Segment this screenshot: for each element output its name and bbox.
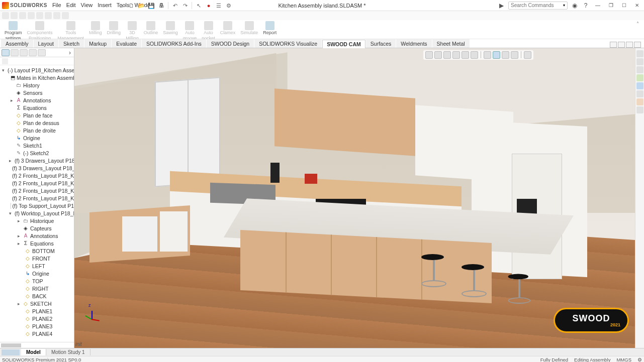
close-button[interactable]: ✕ [632,2,642,10]
undo-icon[interactable]: ↶ [170,2,179,10]
ctx-icon[interactable] [36,12,43,19]
ribbon-report[interactable]: Report [260,21,279,36]
tree-equations2[interactable]: ▸ΣEquations [0,239,74,247]
tree-plan-dessus[interactable]: ◇Plan de dessus [0,119,74,127]
edit-appearance-icon[interactable] [493,51,500,59]
taskpane-file-explorer-icon[interactable] [636,66,643,73]
reference-triad[interactable] [86,308,102,323]
tree-fronts-3[interactable]: (f) 2 Fronts_Layout P18_Kit [0,187,74,194]
tree-plane1[interactable]: ◇PLANE1 [0,307,74,315]
fm-filter-row[interactable] [0,57,74,65]
display-style-icon[interactable] [471,51,478,59]
vp-max-icon[interactable] [626,42,633,48]
status-units[interactable]: MMGS [616,357,631,362]
fm-tab-config-icon[interactable] [20,49,28,56]
tree-sensors[interactable]: ◈Sensors [0,89,74,96]
ribbon-simulate[interactable]: Simulate [238,21,260,36]
tree-worktop[interactable]: ▾(f) Worktop_Layout P18_Ki [0,209,74,217]
tab-visualize[interactable]: SOLIDWORKS Visualize [254,39,322,48]
tree-fronts-2[interactable]: (f) 2 Fronts_Layout P18_Kit [0,179,74,187]
tree-annotations[interactable]: ▸AAnnotations [0,96,74,104]
taskpane-appearances-icon[interactable] [636,82,643,89]
taskpane-resources-icon[interactable] [636,50,643,57]
fm-tab-tree-icon[interactable] [2,49,10,56]
ctx-icon[interactable] [11,12,18,19]
expand-icon[interactable]: ▸ [16,218,21,223]
tree-fronts-1[interactable]: (f) 2 Fronts_Layout P18_Kit [0,172,74,179]
collapse-icon[interactable]: ▾ [9,211,12,216]
feature-tree[interactable]: ▾(-) Layout P18_Kitchen Assembl ⬒Mates i… [0,65,74,342]
collapse-icon[interactable]: ▾ [2,68,5,73]
tree-history[interactable]: 🗀History [0,81,74,89]
tab-sketch[interactable]: Sketch [59,39,84,48]
user-icon[interactable]: ◉ [571,2,579,10]
tree-root[interactable]: ▾(-) Layout P18_Kitchen Assembl [0,66,74,74]
tab-assembly[interactable]: Assembly [1,39,33,48]
bottom-tab-motion[interactable]: Motion Study 1 [46,349,90,355]
tree-mates[interactable]: ⬒Mates in Kitchen Assembl [0,74,74,81]
render-icon[interactable] [524,51,531,59]
menu-insert[interactable]: Insert [98,2,112,9]
tree-origine[interactable]: ↳Origine [0,134,74,142]
tree-drawers-1[interactable]: ▸(f) 3 Drawers_Layout P18_ [0,157,74,164]
fm-tab-property-icon[interactable] [11,49,19,56]
tree-sketch-folder[interactable]: ▸◇SKETCH [0,300,74,307]
search-input[interactable] [511,3,561,8]
redo-icon[interactable]: ↷ [180,2,190,10]
tree-right[interactable]: ◇RIGHT [0,285,74,292]
tree-capteurs[interactable]: ◈Capteurs [0,224,74,232]
print-icon[interactable]: 🖶 [157,2,166,10]
restore-button[interactable]: ❐ [606,2,616,10]
view-settings-icon[interactable] [511,51,518,59]
vp-min-icon[interactable] [610,42,617,48]
tab-markup[interactable]: Markup [84,39,111,48]
scroll-thumb[interactable] [1,343,21,347]
section-view-icon[interactable] [452,51,460,59]
bottom-tab-model[interactable]: Model [21,349,46,355]
taskpane-forum-icon[interactable] [636,106,643,113]
ribbon-drilling[interactable]: Drilling [105,21,124,36]
ribbon-program-settings[interactable]: Program settings [2,21,25,41]
save-icon[interactable]: 💾 [147,2,156,10]
minimize-button[interactable]: — [593,2,603,10]
zoom-fit-icon[interactable] [425,51,433,59]
options-list-icon[interactable]: ☰ [214,2,223,10]
view-orientation-icon[interactable] [462,51,469,59]
graphics-viewport[interactable]: init SWOOD 2021 [74,48,644,348]
expand-icon[interactable]: ▸ [16,233,21,238]
tree-plane4[interactable]: ◇PLANE4 [0,330,74,337]
tree-drawers-2[interactable]: (f) 3 Drawers_Layout P18_ [0,164,74,172]
tab-swood-design[interactable]: SWOOD Design [207,39,254,48]
zoom-area-icon[interactable] [434,51,442,59]
tree-fronts-4[interactable]: (f) 2 Fronts_Layout P18_Kit [0,194,74,202]
tab-layout[interactable]: Layout [34,39,59,48]
tree-plane3[interactable]: ◇PLANE3 [0,322,74,330]
home-icon[interactable]: ⌂ [117,2,126,10]
tab-surfaces[interactable]: Surfaces [366,39,396,48]
tree-top[interactable]: ◇TOP [0,277,74,285]
tab-swood-cam[interactable]: SWOOD CAM [322,40,365,48]
ribbon-auto-pocket[interactable]: Auto pocket [199,21,218,41]
tab-sheetmetal[interactable]: Sheet Metal [432,39,470,48]
tree-plan-droite[interactable]: ◇Plan de droite [0,127,74,134]
tree-origine2[interactable]: ↳Origine [0,270,74,277]
hide-show-icon[interactable] [484,51,491,59]
status-gear-icon[interactable]: ⚙ [637,357,642,362]
timeline-marker[interactable] [2,349,20,355]
vp-close-icon[interactable] [634,42,641,48]
expand-icon[interactable]: ▸ [16,241,21,246]
fm-horizontal-scrollbar[interactable] [0,342,74,348]
fm-tab-display-icon[interactable] [38,49,46,56]
tab-addins[interactable]: SOLIDWORKS Add-Ins [142,39,206,48]
expand-icon[interactable]: ▸ [9,158,12,163]
menu-file[interactable]: File [52,2,61,9]
tree-historique[interactable]: ▸🗀Historique [0,217,74,224]
help-icon[interactable]: ? [582,2,590,10]
fm-tab-dim-icon[interactable] [29,49,37,56]
ribbon-outline[interactable]: Outline [141,21,161,36]
ctx-icon[interactable] [62,12,69,19]
maximize-button[interactable]: ☐ [619,2,629,10]
rebuild-icon[interactable]: ● [204,2,213,10]
tab-weldments[interactable]: Weldments [396,39,431,48]
apply-scene-icon[interactable] [502,51,509,59]
